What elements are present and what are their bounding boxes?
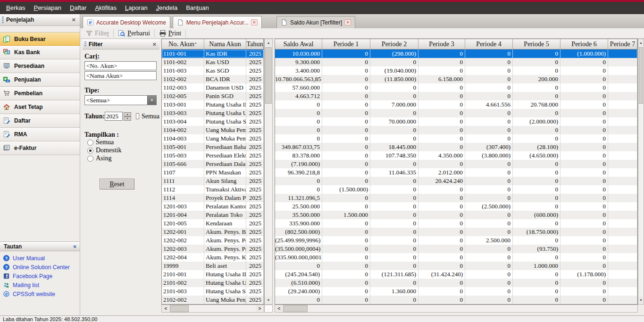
links-header[interactable]: Tautan » — [0, 241, 80, 251]
cell-nama-akun[interactable]: Akum. Penys. Kendaraan — [204, 253, 246, 262]
cell-value[interactable] — [608, 228, 637, 236]
cell-value[interactable]: 0 — [370, 160, 418, 168]
cell-value[interactable]: 0 — [418, 194, 465, 202]
table-row[interactable]: 1202-001Akum. Penys. Bangunan2025 — [162, 228, 264, 236]
cell-value[interactable]: 0 — [275, 185, 322, 194]
cell-no-akun[interactable]: 2101-002 — [162, 279, 204, 287]
table-row[interactable]: 1202-003Akum. Penys. Peralatan2025 — [162, 245, 264, 253]
table-row[interactable]: 1105-003Persediaan Elektronik2025 — [162, 151, 264, 160]
scrollbar-thumb[interactable] — [265, 47, 272, 104]
scroll-down-icon[interactable]: ▼ — [638, 297, 644, 304]
cell-value[interactable]: 10.030.000 — [275, 50, 322, 58]
radio-domestik[interactable]: Domestik — [87, 147, 159, 154]
cell-value[interactable]: 200.000 — [513, 75, 560, 83]
table-row-values[interactable]: 4.663.712000000 — [275, 92, 637, 100]
menu-jendela[interactable]: Jendela — [152, 2, 182, 14]
cell-value[interactable] — [608, 66, 637, 75]
cell-nama-akun[interactable]: Uang Muka Pembelian — [204, 126, 246, 134]
cell-value[interactable]: 0 — [322, 262, 370, 270]
cell-tahun[interactable]: 2025 — [246, 143, 264, 151]
cell-value[interactable] — [608, 92, 637, 100]
cell-tahun[interactable]: 2025 — [246, 228, 264, 236]
cell-value[interactable]: 0 — [560, 168, 608, 177]
cell-tahun[interactable]: 2025 — [246, 202, 264, 211]
scrollbar-thumb[interactable] — [639, 47, 643, 104]
cell-value[interactable]: 35.500.000 — [275, 211, 322, 219]
cell-value[interactable]: 0 — [418, 109, 465, 117]
cell-value[interactable]: 0 — [513, 219, 560, 228]
table-row-values[interactable]: 10.030.0000(298.000)000(1.000.000) — [275, 50, 637, 58]
table-row[interactable]: 1201-004Peralatan Toko2025 — [162, 211, 264, 219]
table-row[interactable]: 2101-002Hutang Usaha USD2025 — [162, 279, 264, 287]
column-header-periode-7[interactable]: Periode 7 — [608, 39, 637, 50]
cell-nama-akun[interactable]: Piutang Usaha IDR — [204, 100, 246, 109]
cell-value[interactable]: 0 — [322, 236, 370, 245]
table-row-values[interactable]: 25.500.000000(2.500.000)00 — [275, 202, 637, 211]
sidebar-item-penjualan[interactable]: Penjualan — [0, 73, 80, 87]
cell-value[interactable]: (600.000) — [513, 211, 560, 219]
cell-value[interactable] — [608, 270, 637, 279]
cell-value[interactable]: 107.748.350 — [370, 151, 418, 160]
table-row-values[interactable]: (35.500.000,0004)0000(93.750)0 — [275, 245, 637, 253]
cell-value[interactable]: 0 — [560, 151, 608, 160]
table-row[interactable]: 1111Akun Silang2025 — [162, 177, 264, 185]
cell-nama-akun[interactable]: Akum. Penys. Bangunan — [204, 228, 246, 236]
cell-value[interactable]: 0 — [560, 279, 608, 287]
cell-value[interactable]: 0 — [560, 185, 608, 194]
cell-tahun[interactable]: 2025 — [246, 75, 264, 83]
menu-aktifitas[interactable]: Aktifitas — [91, 2, 121, 14]
link-cpssoft-website[interactable]: eCPSSoft website — [3, 289, 80, 298]
left-vertical-scrollbar[interactable]: ▲ ▼ — [264, 39, 273, 305]
cell-value[interactable]: 335.900.000 — [275, 219, 322, 228]
table-row[interactable]: 2101-001Hutang Usaha IDR2025 — [162, 270, 264, 279]
cell-tahun[interactable]: 2025 — [246, 109, 264, 117]
cell-value[interactable] — [608, 100, 637, 109]
scroll-left-icon[interactable]: < — [162, 305, 170, 312]
sidebar-item-rma[interactable]: RMA — [0, 128, 80, 141]
cell-value[interactable]: 0 — [418, 279, 465, 287]
link-online-solution-center[interactable]: ?Online Solution Center — [3, 263, 80, 272]
cell-no-akun[interactable]: 1104-003 — [162, 134, 204, 143]
column-header-saldo-awal[interactable]: Saldo Awal — [275, 39, 322, 50]
cell-tahun[interactable]: 2025 — [246, 211, 264, 219]
cell-value[interactable] — [608, 151, 637, 160]
cell-value[interactable]: 0 — [560, 100, 608, 109]
cell-value[interactable]: 0 — [465, 92, 513, 100]
cell-value[interactable]: 0 — [275, 262, 322, 270]
table-row[interactable]: 1101-003Kas SGD2025 — [162, 66, 264, 75]
cell-value[interactable]: 0 — [418, 83, 465, 92]
table-row[interactable]: 1201-005Kendaraan2025 — [162, 219, 264, 228]
cell-value[interactable]: 0 — [418, 160, 465, 168]
cell-value[interactable]: 0 — [465, 50, 513, 58]
radio-asing[interactable]: Asing — [87, 155, 159, 162]
cell-value[interactable]: 0 — [560, 228, 608, 236]
drag-grip-icon[interactable] — [2, 17, 4, 24]
cell-nama-akun[interactable]: Peralatan Toko — [204, 211, 246, 219]
cell-value[interactable]: 0 — [370, 228, 418, 236]
table-row[interactable]: 1101-002Kas USD2025 — [162, 58, 264, 66]
cell-value[interactable]: 0 — [560, 287, 608, 296]
cell-nama-akun[interactable]: Transaksi Aktiva Tetap — [204, 185, 246, 194]
cell-value[interactable]: 0 — [465, 287, 513, 296]
cell-tahun[interactable]: 2025 — [246, 185, 264, 194]
table-row[interactable]: 1105-001Persediaan Bahan2025 — [162, 143, 264, 151]
cell-value[interactable]: 0 — [465, 177, 513, 185]
cell-value[interactable] — [608, 262, 637, 270]
sidebar-item-daftar[interactable]: Daftar — [0, 114, 80, 128]
cell-value[interactable]: 0 — [322, 194, 370, 202]
cell-value[interactable]: 0 — [418, 245, 465, 253]
cell-value[interactable]: (4.650.000) — [513, 151, 560, 160]
column-header-tahun[interactable]: Tahun — [246, 39, 264, 50]
cell-value[interactable]: 0 — [513, 160, 560, 168]
cell-value[interactable]: 96.390.218,8 — [275, 168, 322, 177]
cell-value[interactable]: 0 — [513, 279, 560, 287]
drag-grip-icon[interactable] — [84, 41, 86, 47]
cell-value[interactable]: 0 — [322, 219, 370, 228]
cell-value[interactable] — [608, 117, 637, 126]
cell-value[interactable]: 70.000.000 — [370, 117, 418, 126]
link-user-manual[interactable]: ?User Manual — [3, 254, 80, 263]
cell-no-akun[interactable]: 1105-001 — [162, 143, 204, 151]
scroll-up-icon[interactable]: ▲ — [265, 39, 272, 47]
cell-nama-akun[interactable]: Akun Silang — [204, 177, 246, 185]
column-header-no-akun[interactable]: No. Akun▲ — [162, 39, 204, 50]
